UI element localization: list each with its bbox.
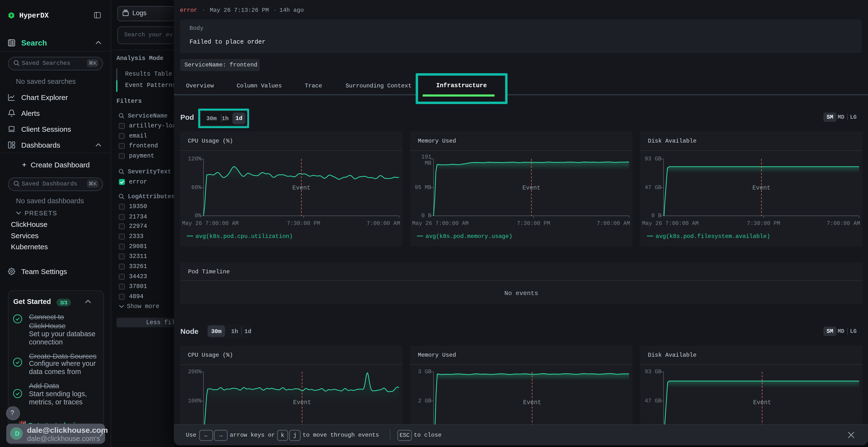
svg-text:200%: 200% [188, 369, 201, 375]
svg-text:47 GB: 47 GB [645, 184, 661, 191]
svg-text:100%: 100% [188, 398, 201, 404]
svg-text:CPU Usage (%): CPU Usage (%) [188, 352, 233, 358]
svg-text:Event: Event [752, 184, 770, 192]
svg-text:7:30:00 PM: 7:30:00 PM [287, 220, 320, 227]
svg-text:7:00:00 AM: 7:00:00 AM [597, 220, 630, 227]
svg-text:2 GB: 2 GB [418, 398, 431, 404]
svg-text:93 GB: 93 GB [645, 369, 661, 375]
svg-text:Disk Available: Disk Available [648, 352, 696, 358]
svg-text:Event: Event [292, 184, 310, 192]
svg-text:May 26 7:00:00 AM: May 26 7:00:00 AM [642, 220, 699, 227]
svg-text:Event: Event [523, 399, 541, 406]
svg-text:191: 191 [422, 154, 431, 160]
svg-text:avg(k8s.pod.memory.usage): avg(k8s.pod.memory.usage) [426, 233, 513, 240]
svg-text:0 B: 0 B [422, 213, 431, 219]
svg-text:7:00:00 AM: 7:00:00 AM [827, 220, 860, 227]
svg-text:47 GB: 47 GB [645, 398, 661, 404]
svg-text:Event: Event [293, 399, 311, 406]
svg-text:May 26 7:00:00 AM: May 26 7:00:00 AM [412, 220, 469, 227]
svg-text:0 B: 0 B [651, 213, 661, 219]
svg-text:95 MB: 95 MB [415, 184, 431, 191]
svg-text:Event: Event [522, 184, 540, 192]
svg-text:3 GB: 3 GB [418, 369, 431, 375]
svg-text:7:30:00 PM: 7:30:00 PM [517, 220, 550, 227]
svg-text:93 GB: 93 GB [645, 156, 661, 162]
svg-text:60%: 60% [191, 184, 202, 191]
svg-text:120%: 120% [188, 156, 201, 162]
svg-text:7:00:00 AM: 7:00:00 AM [367, 220, 400, 227]
svg-text:MB: MB [425, 160, 431, 166]
svg-text:Event: Event [753, 399, 771, 406]
svg-text:0%: 0% [194, 213, 201, 219]
svg-text:7:30:00 PM: 7:30:00 PM [747, 220, 780, 227]
svg-text:Memory Used: Memory Used [418, 352, 456, 358]
svg-text:May 26 7:00:00 AM: May 26 7:00:00 AM [182, 220, 239, 227]
svg-text:avg(k8s.pod.cpu.utilization): avg(k8s.pod.cpu.utilization) [195, 233, 293, 240]
svg-text:CPU Usage (%): CPU Usage (%) [188, 138, 233, 144]
svg-text:avg(k8s.pod.filesystem.availab: avg(k8s.pod.filesystem.available) [656, 233, 770, 240]
svg-text:Disk Available: Disk Available [648, 138, 696, 144]
svg-text:Memory Used: Memory Used [418, 138, 456, 144]
